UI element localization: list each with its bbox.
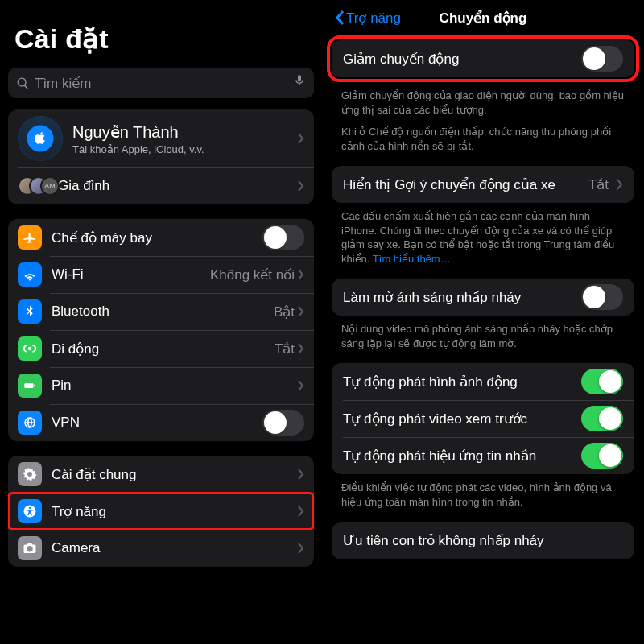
vehicle-cues-value: Tắt	[588, 176, 609, 193]
crossfade-group: Ưu tiên con trỏ không nhấp nháy	[332, 522, 634, 559]
vpn-label: VPN	[52, 415, 262, 431]
autoplay-video-switch[interactable]	[581, 406, 623, 431]
autoplay-images-switch[interactable]	[581, 369, 623, 394]
vehicle-cues-desc: Các dấu chấm xuất hiện gần các cạnh của …	[330, 203, 636, 274]
cellular-label: Di động	[52, 341, 275, 357]
learn-more-link[interactable]: Tìm hiểu thêm…	[373, 253, 451, 265]
battery-icon	[18, 374, 42, 398]
search-icon	[16, 76, 30, 90]
airplane-icon	[18, 225, 42, 250]
vpn-icon	[18, 411, 42, 435]
autoplay-msgfx-label: Tự động phát hiệu ứng tin nhắn	[343, 448, 581, 464]
search-input[interactable]: Tìm kiếm	[8, 68, 314, 98]
apple-id-name: Nguyễn Thành	[72, 122, 298, 142]
nav-title: Chuyển động	[330, 10, 636, 27]
reduce-motion-label: Giảm chuyển động	[343, 51, 581, 68]
general-settings-label: Cài đặt chung	[52, 466, 298, 483]
autoplay-group: Tự động phát hình ảnh động Tự động phát …	[332, 363, 634, 474]
general-settings-row[interactable]: Cài đặt chung	[8, 456, 314, 493]
camera-icon	[18, 536, 42, 560]
bluetooth-row[interactable]: Bluetooth Bật	[8, 293, 314, 330]
vehicle-cues-group: Hiển thị Gợi ý chuyển động của xe Tắt	[332, 166, 634, 203]
svg-rect-0	[24, 383, 33, 388]
chevron-right-icon	[298, 506, 304, 517]
crossfade-label: Ưu tiên con trỏ không nhấp nháy	[343, 532, 623, 549]
apple-avatar-icon	[18, 116, 63, 161]
battery-label: Pin	[52, 378, 298, 394]
airplane-mode-row[interactable]: Chế độ máy bay	[8, 219, 314, 256]
chevron-right-icon	[298, 543, 304, 554]
reduce-motion-desc-2: Khi ở Chế độ nguồn điện thấp, chức năng …	[330, 125, 636, 161]
motion-settings-panel: Trợ năng Chuyển động Giảm chuyển động Gi…	[322, 0, 644, 644]
settings-root-panel: Cài đặt Tìm kiếm Nguyễn Thành Tài khoản …	[0, 0, 322, 644]
svg-rect-1	[34, 385, 35, 387]
vehicle-cues-label: Hiển thị Gợi ý chuyển động của xe	[343, 176, 588, 193]
dim-flash-desc: Nội dung video mô phỏng ánh sáng nhấp nh…	[330, 316, 636, 358]
wifi-icon	[18, 262, 42, 287]
page-title: Cài đặt	[8, 0, 314, 63]
chevron-right-icon	[298, 133, 304, 144]
chevron-right-icon	[298, 343, 304, 354]
wifi-label: Wi-Fi	[52, 266, 210, 283]
wifi-value: Không kết nối	[210, 266, 295, 283]
autoplay-video-row[interactable]: Tự động phát video xem trước	[332, 400, 634, 437]
dim-flash-row[interactable]: Làm mờ ánh sáng nhấp nháy	[332, 279, 634, 316]
airplane-mode-switch[interactable]	[262, 225, 304, 250]
wifi-row[interactable]: Wi-Fi Không kết nối	[8, 256, 314, 293]
crossfade-row[interactable]: Ưu tiên con trỏ không nhấp nháy	[332, 522, 634, 559]
camera-label: Camera	[52, 540, 298, 556]
accessibility-icon	[18, 499, 42, 523]
battery-row[interactable]: Pin	[8, 367, 314, 404]
autoplay-images-row[interactable]: Tự động phát hình ảnh động	[332, 363, 634, 400]
autoplay-images-label: Tự động phát hình ảnh động	[343, 374, 581, 390]
microphone-icon[interactable]	[293, 74, 306, 92]
autoplay-desc: Điều khiển việc tự động phát các video, …	[330, 474, 636, 517]
dim-flash-switch[interactable]	[581, 284, 623, 310]
family-label: Gia đình	[58, 178, 298, 194]
bluetooth-value: Bật	[274, 303, 295, 320]
reduce-motion-group: Giảm chuyển động	[332, 40, 634, 77]
apple-id-subtitle: Tài khoản Apple, iCloud, v.v.	[72, 143, 298, 155]
vpn-switch[interactable]	[262, 410, 304, 436]
accessibility-row[interactable]: Trợ năng	[8, 493, 314, 530]
dim-flash-group: Làm mờ ánh sáng nhấp nháy	[332, 279, 634, 316]
chevron-right-icon	[298, 380, 304, 391]
apple-id-group: Nguyễn Thành Tài khoản Apple, iCloud, v.…	[8, 109, 314, 204]
chevron-right-icon	[617, 179, 623, 190]
bluetooth-icon	[18, 299, 42, 324]
gear-icon	[18, 462, 42, 486]
cellular-value: Tắt	[275, 341, 295, 357]
bluetooth-label: Bluetooth	[52, 303, 274, 320]
reduce-motion-switch[interactable]	[581, 46, 623, 72]
autoplay-msgfx-switch[interactable]	[581, 443, 623, 469]
vpn-row[interactable]: VPN	[8, 404, 314, 441]
chevron-right-icon	[298, 269, 304, 280]
reduce-motion-row[interactable]: Giảm chuyển động	[332, 40, 634, 77]
camera-row[interactable]: Camera	[8, 530, 314, 567]
connectivity-group: Chế độ máy bay Wi-Fi Không kết nối Bluet…	[8, 219, 314, 441]
airplane-mode-label: Chế độ máy bay	[52, 229, 262, 246]
family-row[interactable]: AM Gia đình	[8, 167, 314, 204]
apple-id-row[interactable]: Nguyễn Thành Tài khoản Apple, iCloud, v.…	[8, 109, 314, 167]
accessibility-label: Trợ năng	[52, 503, 298, 520]
general-group: Cài đặt chung Trợ năng Camera	[8, 456, 314, 567]
reduce-motion-desc-1: Giảm chuyển động của giao diện người dùn…	[330, 82, 636, 125]
svg-point-4	[29, 507, 31, 509]
cellular-icon	[18, 336, 42, 361]
search-placeholder: Tìm kiếm	[35, 75, 293, 92]
autoplay-video-label: Tự động phát video xem trước	[343, 411, 581, 427]
family-avatars-icon: AM	[18, 174, 55, 198]
chevron-right-icon	[298, 180, 304, 192]
chevron-right-icon	[298, 306, 304, 317]
cellular-row[interactable]: Di động Tắt	[8, 330, 314, 367]
autoplay-msgfx-row[interactable]: Tự động phát hiệu ứng tin nhắn	[332, 437, 634, 474]
dim-flash-label: Làm mờ ánh sáng nhấp nháy	[343, 289, 581, 306]
chevron-right-icon	[298, 469, 304, 480]
vehicle-cues-row[interactable]: Hiển thị Gợi ý chuyển động của xe Tắt	[332, 166, 634, 203]
nav-bar: Trợ năng Chuyển động	[330, 0, 636, 35]
